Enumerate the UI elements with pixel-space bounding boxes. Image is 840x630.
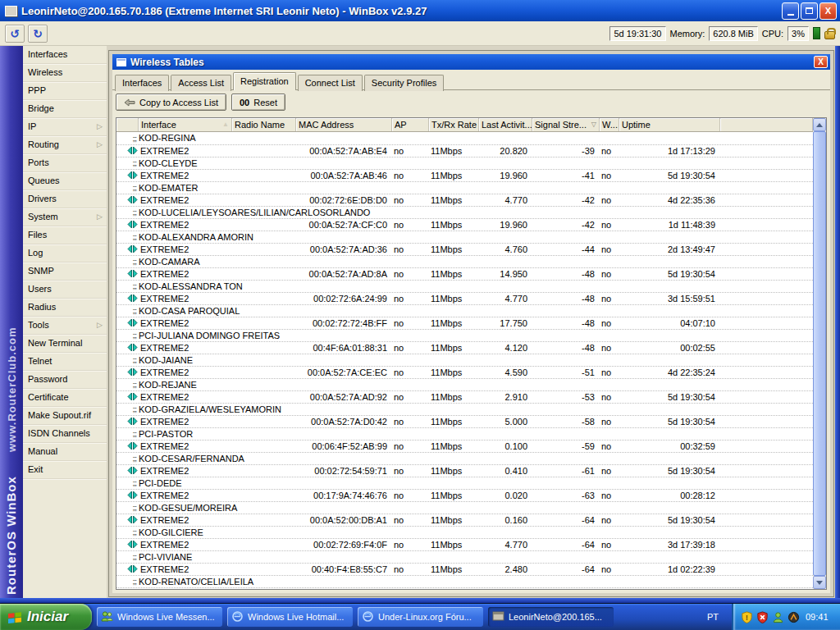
group-row[interactable]: ;;;KOD-GESUE/MOREIRA: [116, 501, 813, 514]
registration-row[interactable]: EXTREME200:0A:52:7A:AD:36no11Mbps4.760-4…: [116, 243, 813, 255]
start-button[interactable]: Iniciar: [0, 604, 92, 630]
group-row[interactable]: ;;;KOD-CESAR/FERNANDA: [116, 452, 813, 464]
sidebar-item-users[interactable]: Users: [23, 281, 107, 299]
sidebar-item-bridge[interactable]: Bridge: [23, 100, 107, 118]
column-header-signal-stre[interactable]: Signal Stre...▽: [532, 118, 600, 131]
undo-button[interactable]: ↺: [5, 25, 25, 43]
antivirus-icon[interactable]: [787, 610, 800, 623]
group-row[interactable]: ;;;KOD-GILCIERE: [116, 526, 813, 538]
tab-registration[interactable]: Registration: [233, 72, 296, 90]
column-header-uptime[interactable]: Uptime: [619, 118, 720, 131]
minimize-button[interactable]: [782, 2, 799, 20]
group-row[interactable]: ;;;KOD-LUCELIA/LEYSOARES/LILIAN/CARLOSOR…: [116, 206, 813, 218]
wireless-close-button[interactable]: X: [814, 56, 828, 68]
copy-to-access-list-button[interactable]: Copy to Access List: [116, 94, 226, 111]
registration-row[interactable]: EXTREME200:02:72:6E:DB:D0no11Mbps4.770-4…: [116, 194, 813, 206]
messenger-buddy-icon[interactable]: [771, 610, 784, 623]
tab-interfaces[interactable]: Interfaces: [115, 75, 169, 91]
column-header-ap[interactable]: AP: [392, 118, 429, 131]
group-row[interactable]: ;;;KOD-CLEYDE: [116, 157, 813, 169]
group-row[interactable]: ;;;KOD-REJANE: [116, 378, 813, 390]
group-row[interactable]: ;;;KOD-ALESSANDRA TON: [116, 280, 813, 292]
registration-row[interactable]: EXTREME200:17:9A:74:46:76no11Mbps0.020-6…: [116, 489, 813, 501]
security-error-shield-icon[interactable]: [756, 610, 769, 623]
scroll-down-button[interactable]: [813, 576, 826, 589]
sidebar-item-routing[interactable]: Routing▷: [23, 136, 107, 154]
redo-button[interactable]: ↻: [28, 25, 48, 43]
registration-row[interactable]: EXTREME200:02:72:72:4C:03no11Mbps9.320-6…: [116, 587, 813, 589]
registration-row[interactable]: EXTREME200:40:F4:E8:55:C7no11Mbps2.480-6…: [116, 563, 813, 575]
registration-row[interactable]: EXTREME200:02:72:72:4B:FFno11Mbps17.750-…: [116, 317, 813, 329]
registration-row[interactable]: EXTREME200:0A:52:7A:CF:C0no11Mbps19.960-…: [116, 218, 813, 231]
registration-row[interactable]: EXTREME200:0A:52:7A:AB:E4no11Mbps20.820-…: [116, 144, 813, 157]
vertical-scrollbar[interactable]: [813, 118, 826, 589]
registration-row[interactable]: EXTREME200:0A:52:7A:AD:8Ano11Mbps14.950-…: [116, 267, 813, 280]
sidebar-item-drivers[interactable]: Drivers: [23, 190, 107, 208]
registration-row[interactable]: EXTREME200:0A:52:00:DB:A1no11Mbps0.160-6…: [116, 514, 813, 526]
sidebar-item-ports[interactable]: Ports: [23, 154, 107, 172]
column-header-w[interactable]: W...: [600, 118, 619, 131]
taskbar-task-under-linux-org-f-ru[interactable]: Under-Linux.org Fóru...: [358, 607, 483, 627]
registration-row[interactable]: EXTREME200:0A:52:7A:CE:ECno11Mbps4.590-5…: [116, 366, 813, 378]
tab-connect-list[interactable]: Connect List: [298, 75, 363, 91]
reset-button[interactable]: 00 Reset: [231, 94, 285, 111]
group-row[interactable]: ;;;KOD-GRAZIELA/WESLEYAMORIN: [116, 403, 813, 415]
sidebar-item-isdn-channels[interactable]: ISDN Channels: [23, 425, 107, 443]
sidebar-item-make-supout-rif[interactable]: Make Supout.rif: [23, 407, 107, 425]
registration-row[interactable]: EXTREME200:06:4F:52:AB:99no11Mbps0.100-5…: [116, 440, 813, 452]
tab-access-list[interactable]: Access List: [171, 75, 231, 91]
group-row[interactable]: ;;;KOD-RENATO/CELIA/LEILA: [116, 575, 813, 587]
security-warning-shield-icon[interactable]: !: [740, 610, 753, 623]
group-row[interactable]: ;;;PCI-PASTOR: [116, 427, 813, 440]
group-row[interactable]: ;;;PCI-JULIANA DOMINGO FREITAS: [116, 329, 813, 341]
group-row[interactable]: ;;;KOD-REGINA: [116, 132, 813, 144]
sidebar-item-queues[interactable]: Queues: [23, 172, 107, 190]
restore-button[interactable]: [801, 2, 818, 20]
column-header-tx-rx-rate[interactable]: Tx/Rx Rate: [429, 118, 479, 131]
registration-row[interactable]: EXTREME200:0A:52:7A:AB:46no11Mbps19.960-…: [116, 169, 813, 181]
sidebar-item-radius[interactable]: Radius: [23, 299, 107, 317]
registration-row[interactable]: EXTREME200:0A:52:7A:D0:42no11Mbps5.000-5…: [116, 415, 813, 427]
group-row[interactable]: ;;;KOD-EMATER: [116, 181, 813, 194]
scroll-up-button[interactable]: [813, 118, 826, 131]
sidebar-item-ip[interactable]: IP▷: [23, 118, 107, 136]
close-button[interactable]: X: [819, 2, 837, 20]
sidebar-item-system[interactable]: System▷: [23, 208, 107, 226]
registration-row[interactable]: EXTREME200:0A:52:7A:AD:92no11Mbps2.910-5…: [116, 390, 813, 403]
sidebar-item-new-terminal[interactable]: New Terminal: [23, 335, 107, 353]
sidebar-item-log[interactable]: Log: [23, 244, 107, 262]
column-header-mac-address[interactable]: MAC Address: [296, 118, 392, 131]
group-row[interactable]: ;;;KOD-CAMARA: [116, 255, 813, 267]
sidebar-item-tools[interactable]: Tools▷: [23, 317, 107, 335]
sidebar-item-certificate[interactable]: Certificate: [23, 389, 107, 407]
sidebar-item-wireless[interactable]: Wireless: [23, 64, 107, 82]
tab-security-profiles[interactable]: Security Profiles: [364, 75, 444, 91]
sidebar-item-telnet[interactable]: Telnet: [23, 353, 107, 371]
taskbar-task-leonirneto-200-165[interactable]: LeonirNeto@200.165...: [488, 607, 614, 627]
column-header-radio-name[interactable]: Radio Name: [232, 118, 296, 131]
taskbar-task-windows-live-hotmail[interactable]: Windows Live Hotmail...: [227, 607, 353, 627]
taskbar-task-windows-live-messen[interactable]: Windows Live Messen...: [97, 607, 222, 627]
registration-row[interactable]: EXTREME200:02:72:54:59:71no11Mbps0.410-6…: [116, 464, 813, 477]
column-header-interface[interactable]: Interface▲: [139, 118, 232, 131]
sidebar-item-password[interactable]: Password: [23, 371, 107, 389]
group-row[interactable]: ;;;PCI-DEDE: [116, 477, 813, 489]
group-row[interactable]: ;;;KOD-JAIANE: [116, 354, 813, 366]
sidebar-item-snmp[interactable]: SNMP: [23, 262, 107, 281]
sidebar-item-exit[interactable]: Exit: [23, 461, 107, 479]
wireless-tables-titlebar[interactable]: Wireless Tables X: [112, 54, 830, 70]
registration-row[interactable]: EXTREME200:02:72:6A:24:99no11Mbps4.770-4…: [116, 292, 813, 304]
language-indicator[interactable]: PT: [707, 612, 719, 622]
sidebar-item-ppp[interactable]: PPP: [23, 82, 107, 100]
registration-row[interactable]: EXTREME200:4F:6A:01:88:31no11Mbps4.120-4…: [116, 341, 813, 354]
group-row[interactable]: ;;;KOD-ALEXANDRA AMORIN: [116, 231, 813, 243]
sidebar-item-files[interactable]: Files: [23, 226, 107, 244]
group-row[interactable]: ;;;KOD-CASA PAROQUIAL: [116, 304, 813, 317]
sidebar-item-manual[interactable]: Manual: [23, 443, 107, 461]
registration-row[interactable]: EXTREME200:02:72:69:F4:0Fno11Mbps4.770-6…: [116, 538, 813, 550]
group-row[interactable]: ;;;PCI-VIVIANE: [116, 550, 813, 563]
scrollbar-thumb[interactable]: [813, 131, 826, 576]
sidebar-item-interfaces[interactable]: Interfaces: [23, 46, 107, 64]
column-header-last-activit[interactable]: Last Activit...: [479, 118, 532, 131]
app-titlebar[interactable]: LeonirNeto@200.165.70.186 (Extreme Inter…: [0, 0, 840, 21]
